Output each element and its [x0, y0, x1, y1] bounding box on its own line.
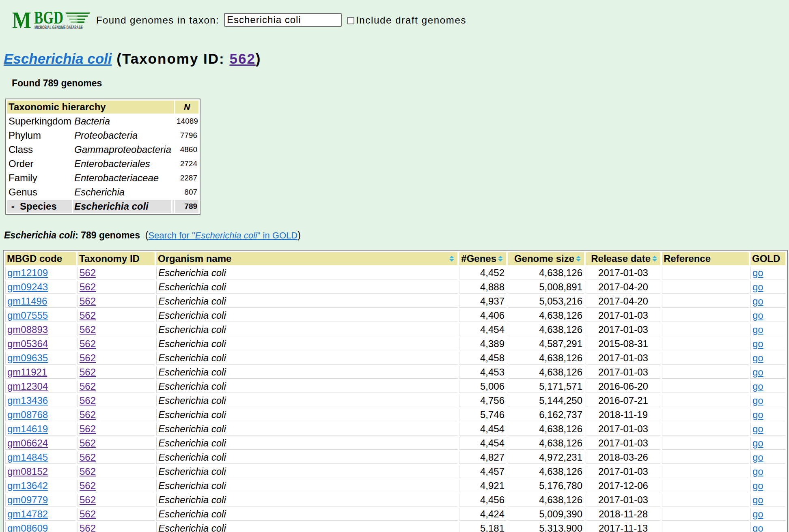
svg-text:M: M: [12, 11, 31, 31]
svg-text:MICROBIAL GENOME DATABASE: MICROBIAL GENOME DATABASE: [34, 25, 83, 30]
